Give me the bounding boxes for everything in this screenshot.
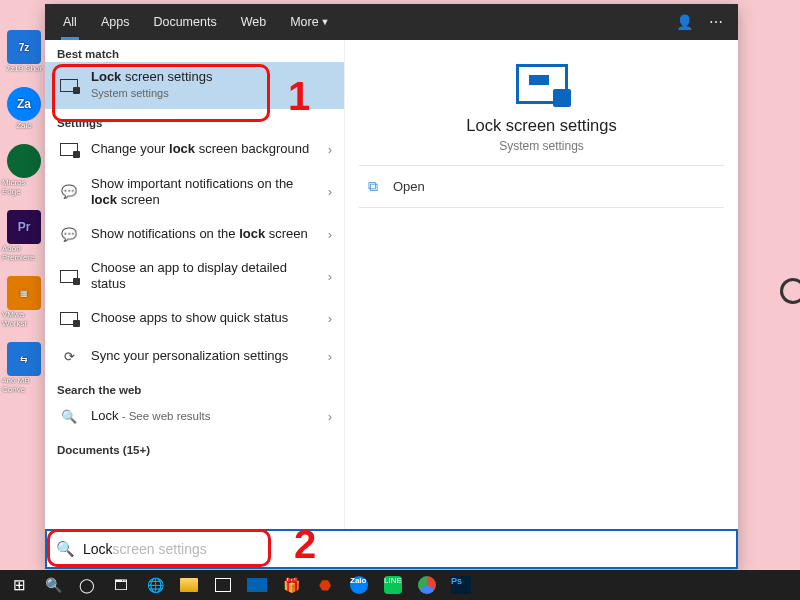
zalo-icon: Za (7, 87, 41, 121)
chevron-right-icon: › (322, 269, 332, 284)
search-filter-header: All Apps Documents Web More ▼ 👤 ⋯ (45, 4, 738, 40)
result-change-background[interactable]: Change your lock screen background › (45, 131, 344, 169)
converter-icon: ⇆ (7, 342, 41, 376)
tab-more[interactable]: More ▼ (278, 4, 341, 40)
result-show-notifications[interactable]: 💬 Show notifications on the lock screen … (45, 215, 344, 253)
desktop-icon[interactable]: Micros Edge (2, 144, 46, 196)
desktop-icon-label: Zalo (16, 121, 32, 130)
result-lock-screen-settings[interactable]: Lock screen settingsSystem settings (45, 62, 344, 109)
desktop-icon[interactable]: ⇆4n6 MB Conve (2, 342, 46, 394)
desktop-icon[interactable]: ZaZalo (2, 87, 46, 130)
section-settings: Settings (45, 109, 344, 131)
taskbar: ⊞ 🔍 ◯ 🗔 🌐 🎁 ⬣ Zalo LINE Ps (0, 570, 800, 600)
chevron-right-icon: › (322, 142, 332, 157)
desktop-icon[interactable]: ▦VMwa Workst (2, 276, 46, 328)
tab-all[interactable]: All (51, 4, 89, 40)
vmware-icon: ▦ (7, 276, 41, 310)
desktop-icon[interactable]: PrAdob Premiere (2, 210, 46, 262)
search-typed-text: Lock (83, 541, 113, 557)
section-documents: Documents (15+) (45, 436, 344, 458)
office-icon[interactable]: ⬣ (310, 570, 340, 600)
cortana-icon[interactable]: ◯ (72, 570, 102, 600)
windows-search-panel: All Apps Documents Web More ▼ 👤 ⋯ Best m… (45, 4, 738, 569)
monitor-lock-large-icon (359, 64, 724, 104)
desktop-icon-label: Micros Edge (2, 178, 46, 196)
chevron-right-icon: › (322, 311, 332, 326)
section-web: Search the web (45, 376, 344, 398)
tab-web[interactable]: Web (229, 4, 278, 40)
result-important-notifications[interactable]: 💬 Show important notifications on the lo… (45, 169, 344, 216)
search-icon: 🔍 (47, 540, 83, 558)
result-quick-status[interactable]: Choose apps to show quick status › (45, 300, 344, 338)
sync-icon: ⟳ (57, 345, 81, 369)
desktop-icons-column: 7z7z19 Shor ZaZalo Micros Edge PrAdob Pr… (2, 30, 48, 394)
task-view-icon[interactable]: 🗔 (106, 570, 136, 600)
result-sync-personalization[interactable]: ⟳ Sync your personalization settings › (45, 338, 344, 376)
section-best-match: Best match (45, 40, 344, 62)
preview-actions: ⧉ Open (359, 165, 724, 208)
more-options-icon[interactable]: ⋯ (700, 14, 732, 30)
desktop-icon-label: VMwa Workst (2, 310, 46, 328)
zalo-taskbar-icon[interactable]: Zalo (344, 570, 374, 600)
desktop-icon-label: 7z19 Shor (6, 64, 42, 73)
monitor-icon (57, 307, 81, 331)
edge-taskbar-icon[interactable]: 🌐 (140, 570, 170, 600)
open-action[interactable]: ⧉ Open (359, 166, 724, 207)
monitor-icon (57, 264, 81, 288)
chevron-down-icon: ▼ (321, 17, 330, 27)
gift-icon[interactable]: 🎁 (276, 570, 306, 600)
open-icon: ⧉ (363, 178, 383, 195)
chevron-right-icon: › (322, 409, 332, 424)
photoshop-icon[interactable]: Ps (446, 570, 476, 600)
results-list: Best match Lock screen settingsSystem se… (45, 40, 345, 529)
search-ghost-text: screen settings (113, 541, 207, 557)
speech-icon: 💬 (57, 222, 81, 246)
monitor-lock-icon (57, 73, 81, 97)
preview-subtitle: System settings (359, 139, 724, 153)
speech-icon: 💬 (57, 180, 81, 204)
tab-documents[interactable]: Documents (141, 4, 228, 40)
desktop-icon[interactable]: 7z7z19 Shor (2, 30, 46, 73)
open-label: Open (393, 179, 425, 194)
explorer-icon[interactable] (174, 570, 204, 600)
result-detailed-status[interactable]: Choose an app to display detailed status… (45, 253, 344, 300)
sevenzip-icon: 7z (7, 30, 41, 64)
result-preview-pane: Lock screen settings System settings ⧉ O… (345, 40, 738, 529)
chrome-icon[interactable] (412, 570, 442, 600)
monitor-icon (57, 138, 81, 162)
search-input[interactable]: 🔍 Lock screen settings (45, 529, 738, 569)
chevron-right-icon: › (322, 349, 332, 364)
feedback-icon[interactable]: 👤 (668, 14, 700, 30)
preview-hero: Lock screen settings System settings (359, 64, 724, 165)
chevron-right-icon: › (322, 184, 332, 199)
mail-icon[interactable] (242, 570, 272, 600)
preview-title: Lock screen settings (359, 116, 724, 135)
search-icon: 🔍 (57, 405, 81, 429)
result-web-lock[interactable]: 🔍 Lock - See web results › (45, 398, 344, 436)
store-icon[interactable] (208, 570, 238, 600)
desktop-icon-label: 4n6 MB Conve (2, 376, 46, 394)
premiere-icon: Pr (7, 210, 41, 244)
start-button[interactable]: ⊞ (4, 570, 34, 600)
edge-icon (7, 144, 41, 178)
cortana-ring-icon (780, 278, 800, 304)
desktop-icon-label: Adob Premiere (2, 244, 46, 262)
taskbar-search-icon[interactable]: 🔍 (38, 570, 68, 600)
chevron-right-icon: › (322, 227, 332, 242)
line-taskbar-icon[interactable]: LINE (378, 570, 408, 600)
tab-apps[interactable]: Apps (89, 4, 142, 40)
